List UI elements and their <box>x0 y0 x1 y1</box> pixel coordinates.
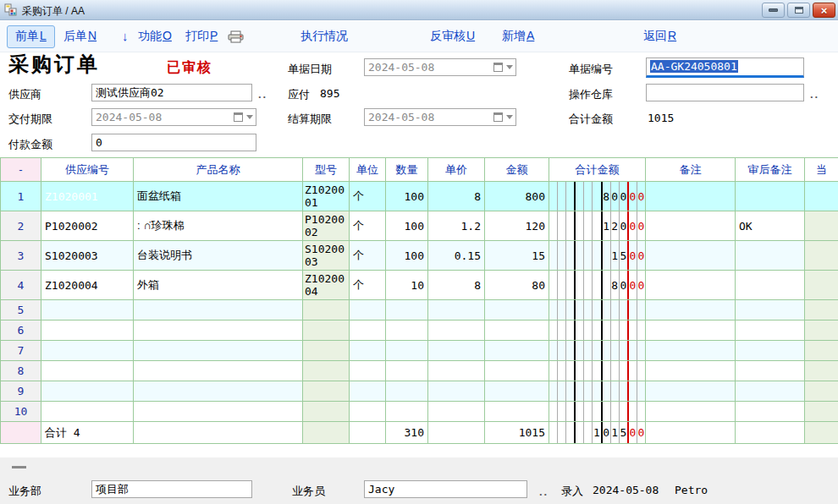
cell-ledger-row3[interactable]: 1500 <box>549 241 646 271</box>
cell-model-row5[interactable] <box>303 300 350 320</box>
cell-name-row4[interactable]: 外箱 <box>134 271 303 300</box>
cell-code-row7[interactable] <box>41 341 134 361</box>
cell-model-row9[interactable] <box>303 381 350 402</box>
cell-model-row2[interactable]: P1020002 <box>303 211 350 241</box>
cell-num-row2[interactable]: 2 <box>1 211 41 241</box>
payment-input[interactable]: 0 <box>91 134 256 151</box>
cell-price-row6[interactable] <box>428 320 485 341</box>
cell-unit-row10[interactable] <box>350 402 386 422</box>
cell-model-row7[interactable] <box>303 341 350 361</box>
cell-cur-row8[interactable] <box>805 361 838 381</box>
supplier-input[interactable]: 测试供应商02 <box>91 84 252 101</box>
cell-code-row6[interactable] <box>41 320 134 341</box>
cell-ledger-row7[interactable] <box>549 341 646 361</box>
cell-cur-row1[interactable] <box>805 182 838 211</box>
supplier-lookup-button[interactable]: .. <box>258 88 267 101</box>
cell-unit-row2[interactable]: 个 <box>350 211 386 241</box>
settle-date-input[interactable]: 2024-05-08 <box>364 108 516 126</box>
cell-model-row8[interactable] <box>303 361 350 381</box>
cell-num-row6[interactable]: 6 <box>1 320 41 341</box>
execution-status-button[interactable]: 执行情况 <box>300 29 349 44</box>
cell-ledger-row2[interactable]: 12000 <box>549 211 646 241</box>
cell-ledger-row5[interactable] <box>549 300 646 320</box>
cell-remark-row4[interactable] <box>646 271 736 300</box>
cell-code-row1[interactable]: Z1020001 <box>41 182 134 211</box>
function-menu-button[interactable]: 功能O <box>138 29 172 44</box>
cell-audit-row10[interactable] <box>736 402 805 422</box>
cell-code-row9[interactable] <box>41 381 134 402</box>
cell-remark-row2[interactable] <box>646 211 736 241</box>
cell-code-row4[interactable]: Z1020004 <box>41 271 134 300</box>
cell-model-row1[interactable]: Z1020001 <box>303 182 350 211</box>
cell-model-row6[interactable] <box>303 320 350 341</box>
cell-unit-row5[interactable] <box>350 300 386 320</box>
cell-unit-row6[interactable] <box>350 320 386 341</box>
cell-price-row5[interactable] <box>428 300 485 320</box>
cell-remark-row7[interactable] <box>646 341 736 361</box>
cell-remark-row1[interactable] <box>646 182 736 211</box>
cell-num-row9[interactable]: 9 <box>1 381 41 402</box>
cell-audit-row9[interactable] <box>736 381 805 402</box>
cell-model-row3[interactable]: S1020003 <box>303 241 350 271</box>
cell-name-row3[interactable]: 台装说明书 <box>134 241 303 271</box>
cell-num-row3[interactable]: 3 <box>1 241 41 271</box>
cell-remark-row3[interactable] <box>646 241 736 271</box>
cell-remark-row10[interactable] <box>646 402 736 422</box>
cell-name-row2[interactable]: : ∩̈珍珠棉 <box>134 211 303 241</box>
cell-name-row9[interactable] <box>134 381 303 402</box>
cell-qty-row9[interactable] <box>386 381 428 402</box>
cell-unit-row3[interactable]: 个 <box>350 241 386 271</box>
cell-unit-row8[interactable] <box>350 361 386 381</box>
cell-name-row5[interactable] <box>134 300 303 320</box>
return-button[interactable]: 返回R <box>643 29 676 44</box>
prev-order-button[interactable]: 前单L <box>7 25 55 48</box>
cell-ledger-row1[interactable]: 80000 <box>549 182 646 211</box>
cell-amount-row1[interactable]: 800 <box>485 182 549 211</box>
maximize-button[interactable] <box>787 3 810 18</box>
cell-remark-row9[interactable] <box>646 381 736 402</box>
cell-model-row10[interactable] <box>303 402 350 422</box>
cell-num-row10[interactable]: 10 <box>1 402 41 422</box>
cell-audit-row6[interactable] <box>736 320 805 341</box>
cell-cur-row2[interactable] <box>805 211 838 241</box>
salesperson-input[interactable]: Jacy <box>364 480 527 498</box>
cell-amount-row9[interactable] <box>485 381 549 402</box>
cell-name-row10[interactable] <box>134 402 303 422</box>
cell-ledger-row8[interactable] <box>549 361 646 381</box>
cell-price-row10[interactable] <box>428 402 485 422</box>
salesperson-lookup-button[interactable]: .. <box>539 485 549 498</box>
cell-ledger-row9[interactable] <box>549 381 646 402</box>
cell-model-row4[interactable]: Z1020004 <box>303 271 350 300</box>
cell-audit-row5[interactable] <box>736 300 805 320</box>
cell-name-row8[interactable] <box>134 361 303 381</box>
cell-amount-row10[interactable] <box>485 402 549 422</box>
cell-cur-row6[interactable] <box>805 320 838 341</box>
cell-cur-row7[interactable] <box>805 341 838 361</box>
next-order-button[interactable]: 后单N <box>63 29 96 44</box>
cell-cur-row4[interactable] <box>805 271 838 300</box>
cell-cur-row5[interactable] <box>805 300 838 320</box>
cell-code-row10[interactable] <box>41 402 134 422</box>
cell-ledger-row6[interactable] <box>549 320 646 341</box>
cell-qty-row4[interactable]: 10 <box>386 271 428 300</box>
cell-code-row8[interactable] <box>41 361 134 381</box>
cell-qty-row2[interactable]: 100 <box>386 211 428 241</box>
doc-date-input[interactable]: 2024-05-08 <box>364 58 516 76</box>
unaudit-button[interactable]: 反审核U <box>430 29 475 44</box>
cell-cur-row9[interactable] <box>805 381 838 402</box>
cell-price-row7[interactable] <box>428 341 485 361</box>
cell-num-row1[interactable]: 1 <box>1 182 41 211</box>
cell-audit-row7[interactable] <box>736 341 805 361</box>
cell-qty-row7[interactable] <box>386 341 428 361</box>
delivery-date-input[interactable]: 2024-05-08 <box>91 108 256 126</box>
cell-amount-row4[interactable]: 80 <box>485 271 549 300</box>
cell-price-row9[interactable] <box>428 381 485 402</box>
cell-qty-row1[interactable]: 100 <box>386 182 428 211</box>
cell-qty-row10[interactable] <box>386 402 428 422</box>
printer-icon[interactable] <box>228 30 245 43</box>
cell-ledger-row10[interactable] <box>549 402 646 422</box>
cell-unit-row9[interactable] <box>350 381 386 402</box>
cell-remark-row6[interactable] <box>646 320 736 341</box>
cell-name-row6[interactable] <box>134 320 303 341</box>
add-new-button[interactable]: 新增A <box>502 29 534 44</box>
